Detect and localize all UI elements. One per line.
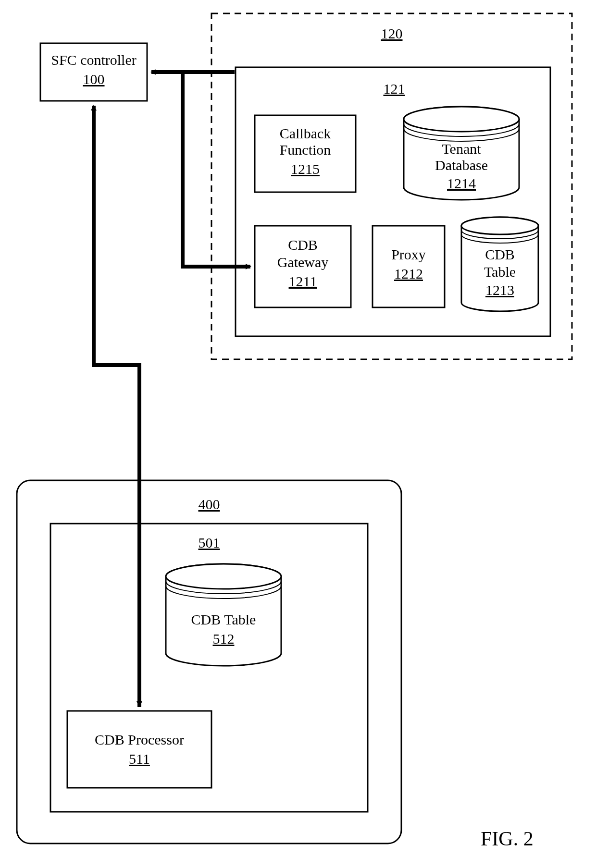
cdb-processor-num: 511 [129,751,150,767]
cdb-table-501-icon: CDB Table 512 [166,564,281,666]
cdb-processor-title: CDB Processor [95,732,184,747]
cdb-gw-line1: CDB [288,237,318,253]
svg-point-9 [461,217,538,234]
tenant-db-line2: Database [435,157,488,173]
callback-line2: Function [280,142,331,158]
cdb-table-501-title: CDB Table [191,611,256,627]
svg-point-5 [404,107,519,132]
svg-rect-14 [67,711,211,788]
proxy-title: Proxy [391,246,426,262]
callback-line1: Callback [280,125,331,141]
diagram-canvas: SFC controller 100 120 121 Callback Func… [0,0,596,868]
tenant-db-num: 1214 [447,175,476,191]
cdb-table-501-num: 512 [213,631,235,647]
proxy-num: 1212 [394,266,423,281]
proxy-box: Proxy 1212 [372,226,445,307]
cdb-gateway-box: CDB Gateway 1211 [255,226,351,307]
callback-num: 1215 [291,161,320,177]
group-400-num: 400 [199,496,220,512]
svg-point-13 [166,564,281,589]
cdb-table-121-line1: CDB [485,246,515,262]
box-121-num: 121 [384,81,405,97]
cdb-table-121-icon: CDB Table 1213 [461,217,538,311]
box-501-num: 501 [199,535,220,550]
group-120-num: 120 [381,25,403,41]
cdb-table-121-num: 1213 [485,282,514,298]
tenant-db-line1: Tenant [442,141,481,157]
callback-function-box: Callback Function 1215 [255,115,356,192]
sfc-controller-box: SFC controller 100 [40,43,147,101]
cdb-table-121-line2: Table [484,264,516,280]
cdb-processor-box: CDB Processor 511 [67,711,211,788]
figure-label: FIG. 2 [481,828,534,850]
sfc-controller-title: SFC controller [51,52,137,68]
cdb-gw-line2: Gateway [277,254,329,270]
cdb-gw-num: 1211 [289,273,317,289]
tenant-database-icon: Tenant Database 1214 [404,107,519,200]
sfc-controller-num: 100 [83,71,105,87]
